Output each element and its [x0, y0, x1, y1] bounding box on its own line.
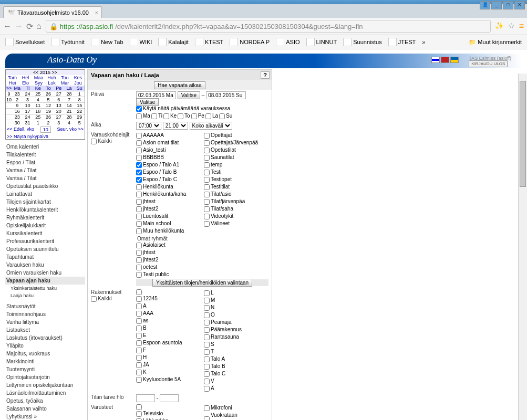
- cal-day[interactable]: 13: [54, 102, 64, 108]
- cal-day[interactable]: 28: [64, 91, 75, 97]
- check-item[interactable]: F: [136, 346, 201, 354]
- check-item[interactable]: Asion omat tilat: [136, 139, 201, 146]
- cal-day[interactable]: 1: [33, 120, 43, 125]
- cal-day[interactable]: 4: [33, 97, 43, 102]
- bookmark-item[interactable]: Sovellukset: [3, 37, 47, 47]
- star-icon[interactable]: ☆: [508, 22, 515, 31]
- search-button[interactable]: Hae vapaata aikaa: [154, 81, 205, 89]
- flag-sv[interactable]: [450, 57, 459, 63]
- bookmark-item[interactable]: Kalalajit: [156, 37, 191, 47]
- nav-item[interactable]: Vantaa / Tilat: [5, 166, 85, 174]
- check-item[interactable]: Testi public: [136, 271, 268, 278]
- check-item[interactable]: Talo B: [204, 363, 268, 370]
- nav-item[interactable]: Salasanan vaihto: [5, 405, 85, 413]
- cal-day[interactable]: 12: [43, 102, 54, 108]
- check-item[interactable]: Main school: [136, 220, 201, 227]
- scrollbar[interactable]: [518, 74, 527, 420]
- cal-month[interactable]: Lok: [45, 80, 58, 86]
- cal-day[interactable]: 24: [23, 114, 33, 120]
- day-check[interactable]: Ti: [151, 112, 162, 120]
- check-item[interactable]: Opetustilat: [204, 146, 268, 154]
- check-item[interactable]: Talo C: [204, 370, 268, 377]
- check-item[interactable]: Henkilökunta/kaha: [136, 191, 201, 198]
- forward-icon[interactable]: →: [15, 22, 23, 32]
- date-to-input[interactable]: 08.03.2015 Su: [206, 91, 246, 99]
- nav-item[interactable]: Tilakalenterit: [5, 151, 85, 159]
- check-item[interactable]: Mikrofoni: [204, 404, 268, 412]
- cal-day[interactable]: 19: [43, 108, 54, 114]
- check-item[interactable]: [136, 404, 201, 410]
- nav-item[interactable]: Läsnäoloilmoittautuminen: [5, 389, 85, 397]
- check-item[interactable]: Espoo / Talo C: [136, 176, 201, 183]
- check-item[interactable]: Opettajat: [204, 132, 268, 139]
- nav-item[interactable]: Laskutus (irtovaraukset): [5, 334, 85, 342]
- check-item[interactable]: Tilat/saha: [204, 205, 268, 213]
- nav-item[interactable]: Opintojaksotarjotin: [5, 373, 85, 381]
- cal-day[interactable]: 8: [74, 97, 85, 102]
- check-item[interactable]: Espoo / Talo B: [136, 169, 201, 176]
- nav-item[interactable]: Statusnäytöt: [5, 302, 85, 310]
- cal-day[interactable]: 22: [74, 108, 85, 114]
- bookmark-item[interactable]: ASIO: [274, 37, 302, 47]
- cal-day[interactable]: 30: [12, 120, 23, 125]
- bookmark-item[interactable]: KTEST: [193, 37, 225, 47]
- nav-item[interactable]: Oma kalenteri: [5, 143, 85, 151]
- cal-next[interactable]: Seur. vko >>: [57, 127, 84, 133]
- check-item[interactable]: Välineet: [204, 220, 268, 227]
- check-item[interactable]: oetest: [136, 264, 268, 271]
- cal-day[interactable]: 5: [74, 120, 85, 125]
- win-max[interactable]: □: [503, 1, 513, 9]
- check-item[interactable]: E: [136, 332, 201, 339]
- check-item[interactable]: S: [204, 341, 268, 348]
- nav-item[interactable]: Omien varauksien haku: [5, 269, 85, 277]
- cal-day[interactable]: 28: [64, 114, 75, 120]
- check-item[interactable]: L: [204, 289, 268, 297]
- check-item[interactable]: T: [204, 348, 268, 355]
- cal-day[interactable]: 1: [74, 91, 85, 97]
- check-item[interactable]: V: [204, 377, 268, 385]
- nav-item[interactable]: Professuurikalenterit: [5, 237, 85, 245]
- win-min[interactable]: _: [491, 1, 502, 9]
- nav-item[interactable]: Vantaa / Tilat: [5, 174, 85, 182]
- check-item[interactable]: Rantasauna: [204, 333, 268, 341]
- mini-calendar[interactable]: << 2015 >> TamHelMaaHuhTouKesHeiEloSyyLo…: [5, 69, 85, 140]
- cal-day[interactable]: 10: [23, 102, 33, 108]
- rak-all-check[interactable]: [91, 296, 97, 302]
- back-icon[interactable]: ←: [3, 22, 12, 32]
- check-item[interactable]: M: [204, 297, 268, 304]
- bookmark-item[interactable]: JTEST: [386, 37, 418, 47]
- cal-prev[interactable]: << Edell. vko: [7, 127, 34, 133]
- nav-item[interactable]: Espoo / Tilat: [5, 159, 85, 166]
- check-item[interactable]: A: [136, 302, 201, 310]
- scroll-thumb[interactable]: [520, 81, 526, 187]
- nav-item[interactable]: Lyhytkurssi »: [5, 413, 85, 420]
- check-item[interactable]: Saunatilat: [204, 154, 268, 161]
- time-from-select[interactable]: 07:00: [136, 122, 161, 130]
- cal-day[interactable]: 2: [12, 97, 23, 102]
- cal-month[interactable]: Syy: [32, 80, 45, 86]
- check-item[interactable]: Espoon asuntola: [136, 339, 201, 346]
- cal-day[interactable]: [6, 114, 12, 120]
- day-check[interactable]: Su: [219, 112, 232, 120]
- check-item[interactable]: O: [204, 311, 268, 319]
- cal-month[interactable]: Tou: [58, 75, 71, 80]
- check-item[interactable]: Televisio: [136, 410, 201, 417]
- vk-all-check[interactable]: [91, 139, 97, 144]
- cal-day[interactable]: 9: [6, 91, 12, 97]
- cal-day[interactable]: 23: [12, 114, 23, 120]
- cal-day[interactable]: 3: [54, 120, 64, 125]
- check-item[interactable]: AAA: [136, 310, 201, 317]
- check-item[interactable]: jhtest: [136, 198, 201, 205]
- cal-year[interactable]: << 2015 >>: [6, 70, 85, 75]
- check-item[interactable]: H: [136, 354, 201, 361]
- check-item[interactable]: Asio_testi: [136, 146, 201, 154]
- cal-month[interactable]: Elo: [19, 80, 32, 86]
- check-item[interactable]: Testi: [204, 169, 268, 176]
- nav-item[interactable]: Markkinointi: [5, 358, 85, 365]
- cal-day[interactable]: 9: [12, 102, 23, 108]
- bookmark-item[interactable]: LINNUT: [304, 37, 339, 47]
- check-item[interactable]: Luentosalit: [136, 213, 201, 220]
- check-item[interactable]: Muu henkilökunta: [136, 227, 201, 235]
- nav-item[interactable]: Varauksen haku: [5, 261, 85, 269]
- check-item[interactable]: Talo A: [204, 355, 268, 363]
